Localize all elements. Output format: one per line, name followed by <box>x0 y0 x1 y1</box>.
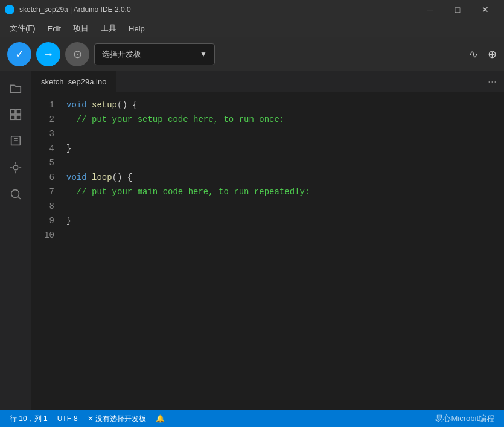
svg-rect-2 <box>11 115 15 119</box>
maximize-button[interactable]: □ <box>444 0 471 19</box>
code-line-1: void setup() { <box>62 98 498 112</box>
toolbar: ✓ → ⊙ 选择开发板 ▼ ∿ ⊕ <box>0 37 504 71</box>
code-editor[interactable]: 1 2 3 4 5 6 7 8 9 10 void setup() { // p… <box>31 93 504 410</box>
minimize-button[interactable]: ─ <box>416 0 444 19</box>
menu-edit[interactable]: Edit <box>43 22 66 36</box>
code-line-10 <box>62 228 498 242</box>
app-title: sketch_sep29a | Arduino IDE 2.0.0 <box>19 5 416 14</box>
code-line-6: void loop() { <box>62 170 498 185</box>
sidebar-item-folder[interactable] <box>4 76 28 100</box>
svg-rect-1 <box>16 110 21 114</box>
code-line-4: } <box>62 141 498 156</box>
code-line-2: // put your setup code here, to run once… <box>62 112 498 127</box>
code-text[interactable]: void setup() { // put your setup code he… <box>62 93 498 410</box>
menu-file[interactable]: 文件(F) <box>5 21 40 36</box>
status-bar: 行 10，列 1 UTF-8 ✕ 没有选择开发板 🔔 易心Microbit编程 <box>0 410 504 427</box>
serial-monitor-icon[interactable]: ⊕ <box>488 48 497 61</box>
code-line-7: // put your main code here, to run repea… <box>62 185 498 199</box>
board-select-label: 选择开发板 <box>102 49 200 60</box>
close-button[interactable]: ✕ <box>471 0 499 19</box>
sidebar-item-search[interactable] <box>4 182 28 206</box>
svg-point-5 <box>11 190 19 198</box>
svg-rect-3 <box>16 115 21 119</box>
watermark-text: 易心Microbit编程 <box>435 413 494 424</box>
menu-bar: 文件(F) Edit 项目 工具 Help <box>0 19 504 37</box>
code-line-9: } <box>62 214 498 228</box>
svg-rect-0 <box>11 110 15 114</box>
menu-tools[interactable]: 工具 <box>96 21 121 36</box>
tab-label: sketch_sep29a.ino <box>41 77 106 86</box>
tab-bar: sketch_sep29a.ino ··· <box>31 71 504 93</box>
app-logo <box>5 5 14 14</box>
editor-tab[interactable]: sketch_sep29a.ino <box>31 71 116 92</box>
status-bar-right: 易心Microbit编程 <box>435 413 494 424</box>
board-select-dropdown[interactable]: 选择开发板 ▼ <box>94 43 215 65</box>
sidebar-item-library[interactable] <box>4 129 28 153</box>
code-line-8 <box>62 199 498 214</box>
editor-area: sketch_sep29a.ino ··· 1 2 3 4 5 6 7 8 9 … <box>31 71 504 410</box>
sidebar-item-debug[interactable] <box>4 156 28 180</box>
cursor-position: 行 10，列 1 <box>10 414 48 424</box>
chevron-down-icon: ▼ <box>200 50 207 59</box>
tab-more-button[interactable]: ··· <box>480 71 504 92</box>
svg-point-4 <box>13 165 18 169</box>
code-line-3 <box>62 127 498 141</box>
sidebar-item-boards[interactable] <box>4 103 28 127</box>
verify-button[interactable]: ✓ <box>7 42 31 66</box>
window-controls: ─ □ ✕ <box>416 0 499 19</box>
menu-help[interactable]: Help <box>124 22 150 36</box>
sidebar <box>0 71 31 410</box>
serial-plotter-icon[interactable]: ∿ <box>469 48 478 61</box>
title-bar: sketch_sep29a | Arduino IDE 2.0.0 ─ □ ✕ <box>0 0 504 19</box>
toolbar-right: ∿ ⊕ <box>469 48 497 61</box>
code-line-5 <box>62 156 498 170</box>
main-area: sketch_sep29a.ino ··· 1 2 3 4 5 6 7 8 9 … <box>0 71 504 410</box>
debug-button[interactable]: ⊙ <box>65 42 89 66</box>
menu-project[interactable]: 项目 <box>68 21 94 36</box>
bell-icon[interactable]: 🔔 <box>156 414 165 423</box>
no-board-status: ✕ 没有选择开发板 <box>88 414 146 424</box>
scrollbar[interactable] <box>498 93 504 410</box>
line-numbers: 1 2 3 4 5 6 7 8 9 10 <box>31 93 62 410</box>
encoding: UTF-8 <box>57 414 78 423</box>
upload-button[interactable]: → <box>36 42 60 66</box>
